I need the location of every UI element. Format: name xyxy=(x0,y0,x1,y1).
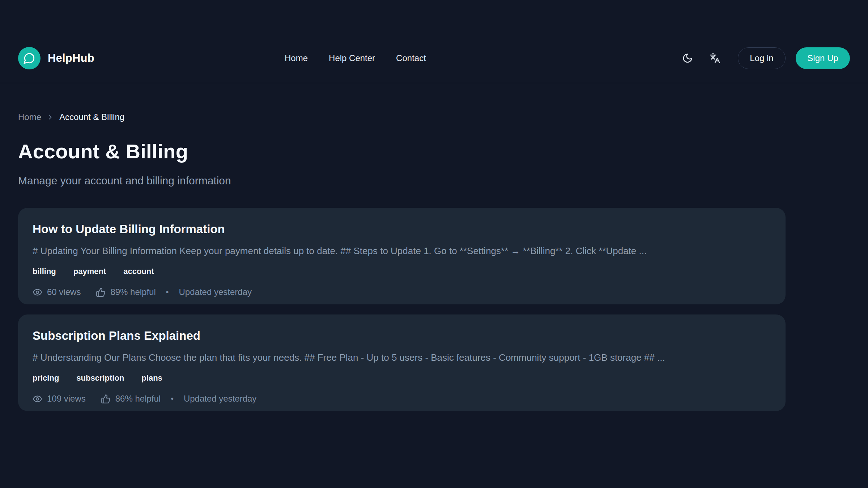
languages-icon xyxy=(710,53,720,64)
tag-subscription: subscription xyxy=(76,373,124,383)
top-navbar: HelpHub Home Help Center Contact Log in … xyxy=(0,0,868,83)
page-subtitle: Manage your account and billing informat… xyxy=(18,175,786,187)
thumbs-up-icon xyxy=(96,287,106,297)
tag-billing: billing xyxy=(33,267,56,276)
helphub-logo xyxy=(18,47,41,69)
eye-icon xyxy=(33,287,42,297)
brand-name: HelpHub xyxy=(48,52,94,65)
article-card-billing-info[interactable]: How to Update Billing Information # Upda… xyxy=(18,208,786,304)
helpful-text: 89% helpful xyxy=(110,287,156,297)
views-stat: 60 views xyxy=(33,287,81,297)
moon-icon xyxy=(682,53,693,64)
thumbs-up-icon xyxy=(101,394,111,404)
meta-separator: • xyxy=(161,287,174,297)
article-tags: pricing subscription plans xyxy=(33,373,771,383)
tag-payment: payment xyxy=(73,267,106,276)
helpful-stat: 89% helpful xyxy=(96,287,156,297)
article-card-subscription-plans[interactable]: Subscription Plans Explained # Understan… xyxy=(18,314,786,411)
tag-account: account xyxy=(123,267,154,276)
main-nav: Home Help Center Contact xyxy=(285,53,491,63)
nav-link-home[interactable]: Home xyxy=(285,53,308,63)
tag-plans: plans xyxy=(141,373,162,383)
brand-home-link[interactable]: HelpHub xyxy=(18,47,94,69)
login-button[interactable]: Log in xyxy=(738,47,786,69)
breadcrumb: Home Account & Billing xyxy=(18,112,786,122)
tag-pricing: pricing xyxy=(33,373,59,383)
views-text: 109 views xyxy=(47,394,86,404)
message-circle-icon xyxy=(23,52,35,64)
updated-text: Updated yesterday xyxy=(179,287,252,297)
article-meta: 60 views 89% helpful • Updated yesterday xyxy=(33,287,771,297)
helpful-text: 86% helpful xyxy=(115,394,161,404)
nav-link-contact[interactable]: Contact xyxy=(396,53,426,63)
article-excerpt: # Understanding Our Plans Choose the pla… xyxy=(33,352,771,363)
views-text: 60 views xyxy=(47,287,81,297)
language-button[interactable] xyxy=(709,52,721,64)
theme-toggle-button[interactable] xyxy=(681,52,694,64)
updated-text: Updated yesterday xyxy=(184,394,256,404)
article-meta: 109 views 86% helpful • Updated yesterda… xyxy=(33,394,771,404)
meta-separator: • xyxy=(166,394,179,403)
nav-link-help-center[interactable]: Help Center xyxy=(329,53,375,63)
signup-button[interactable]: Sign Up xyxy=(796,47,850,69)
article-list: How to Update Billing Information # Upda… xyxy=(18,208,786,411)
article-title: How to Update Billing Information xyxy=(33,222,771,236)
helphub-page: HelpHub Home Help Center Contact Log in … xyxy=(0,0,868,488)
article-tags: billing payment account xyxy=(33,267,771,276)
chevron-right-icon xyxy=(46,113,54,121)
page-title: Account & Billing xyxy=(18,140,786,163)
main-content: Home Account & Billing Account & Billing… xyxy=(18,83,786,411)
breadcrumb-home-link[interactable]: Home xyxy=(18,112,41,122)
eye-icon xyxy=(33,394,42,404)
views-stat: 109 views xyxy=(33,394,86,404)
article-title: Subscription Plans Explained xyxy=(33,329,771,343)
breadcrumb-current: Account & Billing xyxy=(59,112,124,122)
helpful-stat: 86% helpful xyxy=(101,394,161,404)
navbar-controls: Log in Sign Up xyxy=(681,47,850,69)
article-excerpt: # Updating Your Billing Information Keep… xyxy=(33,245,771,257)
